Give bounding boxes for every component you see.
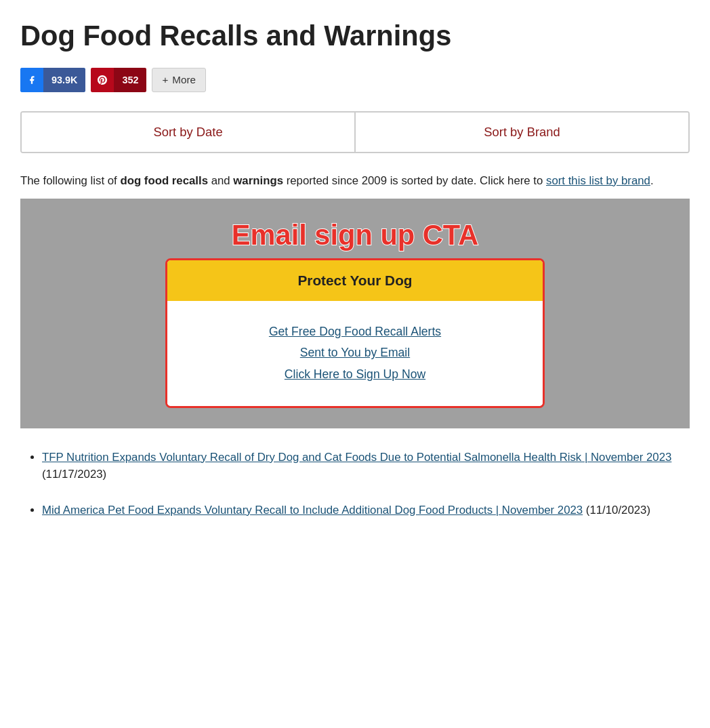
intro-bold-warnings: warnings: [233, 174, 283, 187]
email-signup-box: Protect Your Dog Get Free Dog Food Recal…: [165, 258, 545, 408]
pinterest-count: 352: [114, 68, 146, 92]
intro-text: The following list of dog food recalls a…: [20, 172, 690, 190]
recall-list: TFP Nutrition Expands Voluntary Recall o…: [20, 449, 690, 519]
sort-buttons: Sort by Date Sort by Brand: [20, 111, 690, 153]
intro-middle2: reported since 2009 is sorted by date. C…: [283, 174, 546, 187]
email-signup-line2[interactable]: Sent to You by Email: [181, 342, 529, 364]
recall-date: (11/17/2023): [42, 468, 106, 481]
recall-list-item: TFP Nutrition Expands Voluntary Recall o…: [42, 449, 690, 483]
recall-link[interactable]: TFP Nutrition Expands Voluntary Recall o…: [42, 451, 671, 464]
intro-prefix: The following list of: [20, 174, 120, 187]
recall-list-item: Mid America Pet Food Expands Voluntary R…: [42, 502, 690, 519]
email-signup-line1[interactable]: Get Free Dog Food Recall Alerts: [181, 321, 529, 343]
more-label: More: [172, 74, 196, 85]
facebook-button[interactable]: 93.9K: [20, 68, 85, 92]
email-signup-header: Protect Your Dog: [167, 260, 543, 301]
recall-link[interactable]: Mid America Pet Food Expands Voluntary R…: [42, 504, 583, 517]
facebook-icon-part: [20, 68, 43, 92]
page-title: Dog Food Recalls and Warnings: [20, 20, 690, 52]
more-button[interactable]: + More: [152, 68, 205, 92]
plus-icon: +: [162, 74, 168, 85]
sort-by-brand-button[interactable]: Sort by Brand: [356, 113, 688, 152]
cta-section: Email sign up CTA Protect Your Dog Get F…: [20, 199, 690, 428]
intro-bold-recalls: dog food recalls: [120, 174, 208, 187]
intro-suffix: .: [650, 174, 654, 187]
email-cta-label: Email sign up CTA: [34, 219, 676, 251]
email-signup-header-text: Protect Your Dog: [297, 272, 412, 288]
pinterest-icon-part: [91, 68, 114, 92]
recall-date: (11/10/2023): [583, 504, 650, 517]
social-bar: 93.9K 352 + More: [20, 68, 690, 92]
sort-by-brand-link[interactable]: sort this list by brand: [546, 174, 650, 187]
intro-middle1: and: [208, 174, 233, 187]
email-signup-body: Get Free Dog Food Recall Alerts Sent to …: [167, 301, 543, 406]
sort-by-date-button[interactable]: Sort by Date: [22, 113, 356, 152]
facebook-count: 93.9K: [43, 68, 85, 92]
pinterest-button[interactable]: 352: [91, 68, 146, 92]
email-signup-line3[interactable]: Click Here to Sign Up Now: [181, 364, 529, 386]
